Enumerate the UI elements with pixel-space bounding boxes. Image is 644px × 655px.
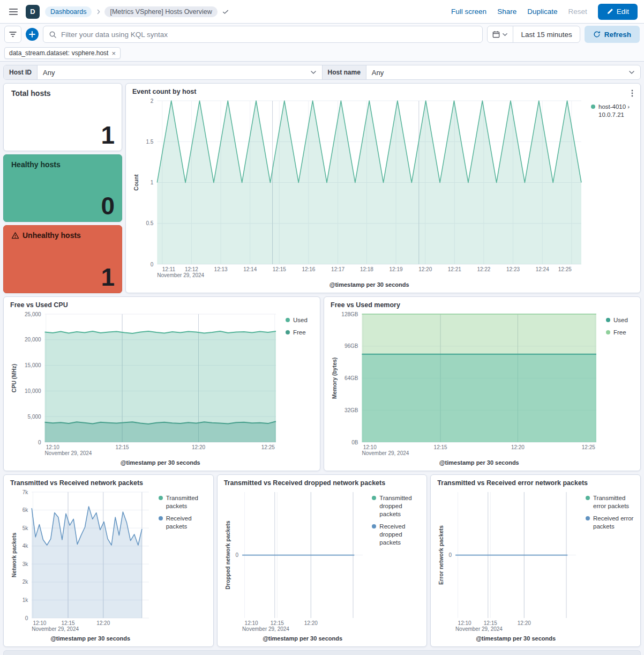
chart-svg: 00.511.52Count12:1112:1212:1312:1412:151… — [132, 96, 588, 289]
svg-text:12:15: 12:15 — [116, 444, 129, 450]
panel-dropped-network-packets: Transmitted vs Received dropped network … — [217, 474, 428, 647]
svg-text:12:15: 12:15 — [434, 444, 447, 450]
error-packets-chart[interactable]: 0Error network packets12:1012:1512:20Nov… — [437, 488, 582, 643]
dropped-packets-chart[interactable]: 0Dropped network packets12:1012:1512:20N… — [224, 488, 369, 643]
svg-text:15,000: 15,000 — [25, 362, 41, 368]
date-picker-button[interactable] — [488, 26, 513, 42]
chart-svg: 0B32GB64GB96GB128GBMemory (bytes)12:1012… — [331, 310, 603, 467]
kql-search-box[interactable] — [43, 26, 483, 43]
legend-item[interactable]: Used — [286, 316, 313, 324]
add-filter-button[interactable] — [26, 28, 39, 41]
svg-text:3k: 3k — [23, 561, 29, 567]
metric-title: Total hosts — [11, 89, 114, 98]
svg-text:64GB: 64GB — [345, 375, 358, 381]
controls-bar: Host ID Any Host name Any — [3, 65, 641, 80]
breadcrumb-dashboards[interactable]: Dashboards — [45, 6, 92, 17]
legend-item[interactable]: Used — [606, 316, 634, 324]
legend-dot-icon — [372, 496, 376, 500]
control-host-id[interactable]: Host ID Any — [4, 65, 322, 79]
svg-text:November 29, 2024: November 29, 2024 — [45, 450, 92, 456]
chart-legend: UsedFree — [282, 310, 313, 467]
svg-text:12:25: 12:25 — [558, 266, 572, 272]
panel-menu-icon[interactable] — [628, 89, 636, 98]
panel-title: Transmitted vs Received network packets — [10, 479, 207, 487]
legend-item[interactable]: Transmitted dropped packets — [372, 494, 420, 518]
panel-free-vs-used-memory: Free vs Used memory 0B32GB64GB96GB128GBM… — [324, 296, 641, 471]
filter-sets-button[interactable] — [4, 26, 21, 43]
memory-chart[interactable]: 0B32GB64GB96GB128GBMemory (bytes)12:1012… — [331, 310, 603, 467]
panel-error-network-packets: Transmitted vs Received error network pa… — [430, 474, 641, 647]
filter-icon — [9, 30, 17, 39]
svg-text:@timestamp per 30 seconds: @timestamp per 30 seconds — [263, 635, 342, 642]
legend-item[interactable]: host-4010 › 10.0.7.21 — [591, 103, 634, 119]
time-range-label[interactable]: Last 15 minutes — [513, 26, 579, 42]
legend-item[interactable]: Received packets — [159, 515, 207, 531]
svg-text:@timestamp per 30 seconds: @timestamp per 30 seconds — [330, 281, 409, 288]
refresh-button[interactable]: Refresh — [585, 26, 640, 43]
svg-text:12:20: 12:20 — [96, 620, 110, 626]
share-button[interactable]: Share — [497, 8, 516, 16]
svg-text:12:20: 12:20 — [511, 444, 525, 450]
remove-filter-icon[interactable]: × — [111, 49, 116, 57]
svg-text:12:25: 12:25 — [261, 444, 275, 450]
edit-button[interactable]: Edit — [598, 4, 638, 20]
reset-button[interactable]: Reset — [568, 8, 587, 16]
svg-text:12:14: 12:14 — [243, 266, 257, 272]
svg-text:2: 2 — [151, 98, 154, 104]
panel-title: Free vs Used memory — [331, 301, 634, 309]
svg-text:12:10: 12:10 — [363, 444, 377, 450]
svg-text:Error network packets: Error network packets — [438, 525, 444, 585]
svg-text:0: 0 — [449, 552, 452, 558]
svg-text:12:13: 12:13 — [214, 266, 228, 272]
chart-svg: 05,00010,00015,00020,00025,000CPU (MHz)1… — [10, 310, 282, 467]
metric-value: 1 — [101, 263, 114, 292]
legend-item[interactable]: Free — [606, 329, 634, 337]
search-icon — [49, 31, 57, 39]
event-count-chart[interactable]: 00.511.52Count12:1112:1212:1312:1412:151… — [132, 96, 588, 289]
control-host-id-label: Host ID — [4, 65, 38, 79]
cpu-chart[interactable]: 05,00010,00015,00020,00025,000CPU (MHz)1… — [10, 310, 282, 467]
legend-item[interactable]: Transmitted error packets — [586, 494, 634, 510]
warning-icon — [11, 232, 19, 240]
legend-item[interactable]: Free — [286, 329, 313, 337]
metric-value: 1 — [101, 121, 114, 150]
legend-label: Received error packets — [593, 515, 634, 531]
legend-dot-icon — [286, 330, 290, 334]
chart-legend: Transmitted error packetsReceived error … — [582, 488, 634, 643]
kql-search-input[interactable] — [61, 31, 477, 39]
filter-value: vsphere.host — [72, 49, 109, 57]
legend-item[interactable]: Received error packets — [586, 515, 634, 531]
legend-dot-icon — [159, 516, 163, 520]
header-actions: Full screen Share Duplicate Reset Edit — [451, 4, 638, 20]
svg-text:96GB: 96GB — [345, 343, 358, 349]
breadcrumb-current[interactable]: [Metrics VSphere] Hosts Overview — [104, 6, 217, 17]
filter-pill[interactable]: data_stream.dataset: vsphere.host × — [4, 47, 121, 59]
legend-label: Transmitted packets — [166, 494, 207, 510]
legend-item[interactable]: Transmitted packets — [159, 494, 207, 510]
svg-text:1.5: 1.5 — [146, 139, 153, 145]
network-packets-chart[interactable]: 01k2k3k4k5k6k7kNetwork packets12:1012:15… — [10, 488, 155, 643]
legend-item[interactable]: Received dropped packets — [372, 523, 420, 547]
metrics-column: Total hosts 1 Healthy hosts 0 Unhealthy … — [3, 83, 122, 293]
duplicate-button[interactable]: Duplicate — [527, 8, 557, 16]
breadcrumb: Dashboards [Metrics VSphere] Hosts Overv… — [45, 6, 229, 17]
full-screen-button[interactable]: Full screen — [451, 8, 486, 16]
svg-text:12:10: 12:10 — [33, 620, 46, 626]
plus-icon — [29, 31, 35, 38]
svg-text:5k: 5k — [23, 525, 29, 531]
legend-dot-icon — [159, 496, 163, 500]
chevron-down-icon — [310, 69, 317, 76]
metric-title: Unhealthy hosts — [11, 231, 114, 240]
control-host-name[interactable]: Host name Any — [322, 65, 641, 79]
chart-legend: Transmitted packetsReceived packets — [155, 488, 207, 643]
filter-field: data_stream.dataset: — [9, 49, 70, 57]
svg-text:12:25: 12:25 — [582, 444, 595, 450]
svg-text:5,000: 5,000 — [28, 414, 41, 420]
legend-label: Transmitted error packets — [593, 494, 634, 510]
space-avatar[interactable]: D — [26, 5, 40, 19]
panel-healthy-hosts: Healthy hosts 0 — [3, 154, 122, 222]
svg-text:0: 0 — [151, 262, 154, 267]
chart-legend: host-4010 › 10.0.7.21 — [588, 96, 634, 289]
menu-hamburger-button[interactable] — [6, 5, 20, 19]
date-picker-group: Last 15 minutes — [487, 26, 580, 43]
